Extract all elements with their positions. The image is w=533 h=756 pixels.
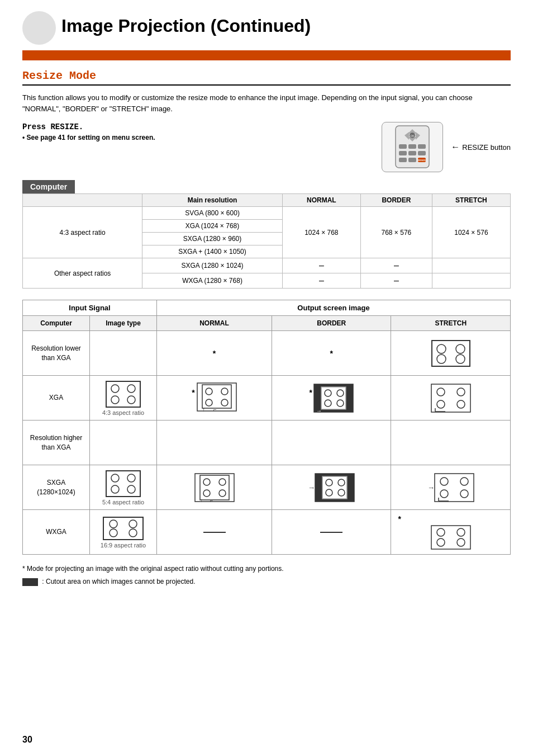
sxga-image-type: 5:4 aspect ratio — [94, 470, 152, 505]
star-mark-3: * — [192, 388, 194, 397]
wxga-image-type: 16:9 aspect ratio — [94, 516, 152, 549]
normal-43-value: 1024 × 768 — [282, 207, 360, 258]
normal-wxga — [157, 510, 272, 555]
svg-point-86 — [457, 538, 465, 546]
svg-point-74 — [460, 490, 468, 498]
normal-sxga-svg: ↑ ⌐ — [194, 473, 235, 502]
page-container: Image Projection (Continued) Resize Mode… — [0, 0, 533, 756]
svg-point-58 — [203, 490, 210, 497]
cutout-box-icon — [22, 578, 38, 586]
stretch-sxga: → — [391, 465, 511, 510]
svg-rect-14 — [408, 158, 416, 162]
border-wxga-dash — [320, 532, 342, 533]
svg-text:⌐: ⌐ — [213, 407, 217, 412]
stretch-43-value: 1024 × 576 — [432, 207, 510, 258]
border-res-higher — [272, 420, 391, 465]
col-stretch: STRETCH — [391, 316, 511, 331]
svg-point-59 — [219, 490, 226, 497]
press-resize-right: OK RESIZE RESIZE button — [382, 122, 511, 172]
normal-xga-cell: * ↑ — [161, 382, 267, 413]
computer-badge-container: Computer — [22, 180, 511, 193]
svg-point-21 — [456, 355, 465, 363]
border-wxga-dash: – — [360, 273, 432, 289]
resolution-table: Main resolution NORMAL BORDER STRETCH 4:… — [22, 193, 511, 289]
stretch-sxga-row: → — [427, 473, 474, 502]
table-row: XGA 4:3 aspect ratio — [23, 376, 511, 420]
svg-point-31 — [206, 399, 212, 406]
col-border: BORDER — [272, 316, 391, 331]
svg-rect-55 — [200, 475, 229, 500]
stretch-xga-cell — [396, 384, 506, 413]
svg-rect-7 — [399, 144, 407, 149]
svg-point-52 — [111, 485, 119, 493]
stretch-sxga-svg — [434, 473, 474, 502]
svg-rect-11 — [408, 151, 416, 155]
stretch-xga-svg — [431, 384, 471, 413]
normal-star-cell: * — [161, 349, 267, 358]
resize-button-label: RESIZE button — [462, 143, 511, 152]
arrow-right-icon: → — [308, 483, 313, 493]
border-sxga-svg — [315, 473, 355, 502]
svg-rect-17 — [432, 341, 470, 366]
res-sxga1024: SXGA (1280 × 1024) — [142, 258, 283, 273]
normal-res-lower: * — [157, 331, 272, 376]
header-output: Output screen image — [157, 300, 511, 316]
press-sub-suffix: for setting on menu screen. — [65, 134, 155, 141]
header-input: Input Signal — [23, 300, 157, 316]
normal-wxga-cell — [161, 532, 267, 533]
computer-res-higher: Resolution higherthan XGA — [23, 420, 90, 465]
border-wxga — [272, 510, 391, 555]
svg-text:→: → — [308, 483, 313, 492]
col-image-type: Image type — [90, 316, 157, 331]
star-mark-5: * — [398, 514, 401, 523]
image-type-empty2 — [90, 420, 157, 465]
border-wxga-cell — [277, 532, 386, 533]
signal-table: Input Signal Output screen image Compute… — [22, 300, 511, 555]
cutout-footnote: : Cutout area on which images cannot be … — [22, 577, 511, 587]
svg-point-43 — [437, 388, 445, 396]
svg-text:↑: ↑ — [200, 498, 203, 502]
table-row: Resolution lowerthan XGA * * — [23, 331, 511, 376]
normal-other-dash: – — [282, 258, 360, 273]
svg-rect-22 — [106, 381, 140, 407]
star-footnote: * Mode for projecting an image with the … — [22, 564, 511, 574]
svg-point-78 — [110, 520, 117, 528]
press-resize-area: Press RESIZE. • See page 41 for setting … — [22, 122, 511, 172]
svg-rect-13 — [399, 158, 407, 162]
wxga-aspect-label: 16:9 aspect ratio — [101, 542, 146, 549]
image-type-sxga: 5:4 aspect ratio — [90, 465, 157, 510]
table-row: 4:3 aspect ratio SVGA (800 × 600) 1024 ×… — [23, 207, 511, 220]
border-xga-svg: → — [313, 384, 354, 413]
svg-point-81 — [129, 529, 137, 537]
header-area: Image Projection (Continued) — [22, 11, 511, 45]
col-border-header: BORDER — [360, 194, 432, 207]
border-sxga-cell: → — [277, 473, 386, 502]
svg-text:RESIZE: RESIZE — [418, 159, 426, 162]
xga-label: XGA — [27, 393, 85, 403]
svg-point-84 — [457, 528, 465, 536]
svg-point-56 — [203, 479, 210, 485]
computer-res-lower: Resolution lowerthan XGA — [23, 331, 90, 376]
wxga-label: WXGA — [27, 527, 85, 537]
svg-rect-9 — [418, 144, 426, 149]
table-row: WXGA 16:9 aspect ratio — [23, 510, 511, 555]
border-res-lower: * — [272, 331, 391, 376]
wxga-source-diagram — [102, 516, 144, 541]
computer-badge: Computer — [22, 180, 75, 193]
normal-wxga-dash: – — [282, 273, 360, 289]
res-wxga: WXGA (1280 × 768) — [142, 273, 283, 289]
stretch-wxga — [432, 273, 510, 289]
table-row: Resolution higherthan XGA — [23, 420, 511, 465]
sxga-label: SXGA(1280×1024) — [27, 478, 85, 497]
stretch-xga — [391, 376, 511, 420]
svg-point-51 — [127, 474, 135, 482]
svg-point-26 — [127, 396, 135, 404]
normal-xga-svg: ↑ ⌐ — [197, 382, 237, 412]
press-resize-left: Press RESIZE. • See page 41 for setting … — [22, 122, 382, 141]
svg-point-32 — [221, 399, 228, 406]
border-43-value: 768 × 576 — [360, 207, 432, 258]
xga-image-type: 4:3 aspect ratio — [94, 380, 152, 416]
normal-sxga: ↑ ⌐ — [157, 465, 272, 510]
svg-point-29 — [206, 388, 212, 395]
image-type-xga: 4:3 aspect ratio — [90, 376, 157, 420]
